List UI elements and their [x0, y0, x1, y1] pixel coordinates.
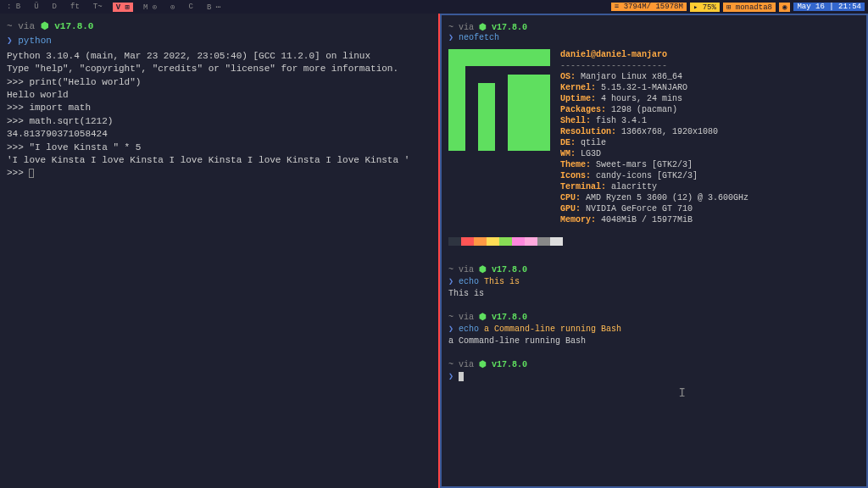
cursor-icon — [29, 169, 34, 178]
prompt-arrow-icon: ❯ — [448, 33, 453, 42]
terminal-line: Python 3.10.4 (main, Mar 23 2022, 23:05:… — [7, 50, 431, 63]
topbar-workspaces: : B Ü D ft T~ V ⊞ M ⊙ ⊙ C B ⋯ — [3, 3, 224, 12]
right-terminal[interactable]: ~ via ⬢ v17.8.0 ❯ neofetch daniel@daniel… — [440, 14, 868, 488]
ws-item-active[interactable]: V ⊞ — [113, 3, 133, 12]
prompt-path: ~ via — [7, 21, 35, 31]
command-arg: a Command-line running Bash — [484, 324, 621, 334]
prompt-path: ~ via — [448, 313, 474, 322]
prompt-path: ~ via — [448, 23, 474, 32]
nf-hostname: daniel@daniel-manjaro — [560, 49, 860, 60]
ws-item[interactable]: T~ — [90, 3, 106, 11]
prompt-arrow-icon: ❯ — [448, 277, 453, 286]
memory-indicator: ≡ 3794M/ 15978M — [611, 3, 687, 11]
ws-item[interactable]: D — [49, 3, 60, 11]
ws-item[interactable]: ⊙ — [167, 3, 178, 12]
prompt-path: ~ via — [448, 265, 474, 274]
node-version: ⬢ v17.8.0 — [479, 23, 527, 32]
mouse-cursor-icon: I — [679, 386, 686, 400]
command-text: python — [18, 36, 52, 46]
os-icon: ◉ — [779, 3, 790, 12]
node-version: ⬢ v17.8.0 — [41, 21, 94, 31]
terminal-line: >>> "I love Kinsta " * 5 — [7, 141, 431, 154]
command-arg: This is — [484, 277, 520, 286]
prompt-arrow-icon: ❯ — [448, 324, 453, 334]
neofetch-output: daniel@daniel-manjaro ------------------… — [442, 42, 866, 232]
ws-item[interactable]: : B — [3, 3, 24, 11]
command-text: echo — [459, 277, 479, 286]
left-terminal[interactable]: ~ via ⬢ v17.8.0 ❯ python Python 3.10.4 (… — [0, 14, 440, 488]
terminal-line: >>> — [7, 167, 431, 180]
command-text: neofetch — [459, 33, 499, 42]
command-text: echo — [459, 324, 479, 334]
node-version: ⬢ v17.8.0 — [479, 265, 527, 274]
main-split: ~ via ⬢ v17.8.0 ❯ python Python 3.10.4 (… — [0, 14, 868, 488]
terminal-line: Hello world — [7, 89, 431, 102]
ws-item[interactable]: Ü — [31, 3, 42, 11]
datetime: May 16 | 21:54 — [793, 3, 865, 11]
terminal-line: >>> math.sqrt(1212) — [7, 115, 431, 128]
terminal-line: >>> print("Hello world") — [7, 76, 431, 89]
prompt-arrow-icon: ❯ — [448, 372, 453, 381]
topbar-status: ≡ 3794M/ 15978M ▸ 75% ⊞ monadta8 ◉ May 1… — [611, 3, 865, 12]
commands-history: ~ via ⬢ v17.8.0 ❯ echo This is This is ~… — [442, 246, 866, 390]
terminal-line: 'I love Kinsta I love Kinsta I love Kins… — [7, 154, 431, 167]
terminal-line: a Command-line running Bash — [448, 336, 860, 347]
color-palette — [448, 237, 866, 246]
terminal-line: >>> import math — [7, 102, 431, 114]
terminal-line: 34.813790371058424 — [7, 128, 431, 141]
top-bar: : B Ü D ft T~ V ⊞ M ⊙ ⊙ C B ⋯ ≡ 3794M/ 1… — [0, 0, 868, 14]
prompt-arrow-icon: ❯ — [7, 36, 13, 46]
neofetch-info: daniel@daniel-manjaro ------------------… — [560, 49, 860, 225]
cursor-icon — [459, 372, 464, 381]
ws-item[interactable]: ft — [67, 3, 83, 11]
ws-item[interactable]: C — [186, 3, 197, 11]
battery-indicator: ▸ 75% — [690, 3, 720, 12]
ws-item[interactable]: M ⊙ — [140, 3, 160, 12]
ws-item[interactable]: B ⋯ — [203, 3, 224, 12]
node-version: ⬢ v17.8.0 — [479, 360, 527, 369]
manjaro-logo-icon — [448, 49, 550, 151]
window-title: ⊞ monadta8 — [723, 3, 776, 12]
prompt-path: ~ via — [448, 360, 474, 369]
node-version: ⬢ v17.8.0 — [479, 313, 527, 322]
terminal-line: This is — [448, 288, 860, 300]
nf-separator: --------------------- — [560, 60, 860, 71]
terminal-line: Type "help", "copyright", "credits" or "… — [7, 63, 431, 75]
